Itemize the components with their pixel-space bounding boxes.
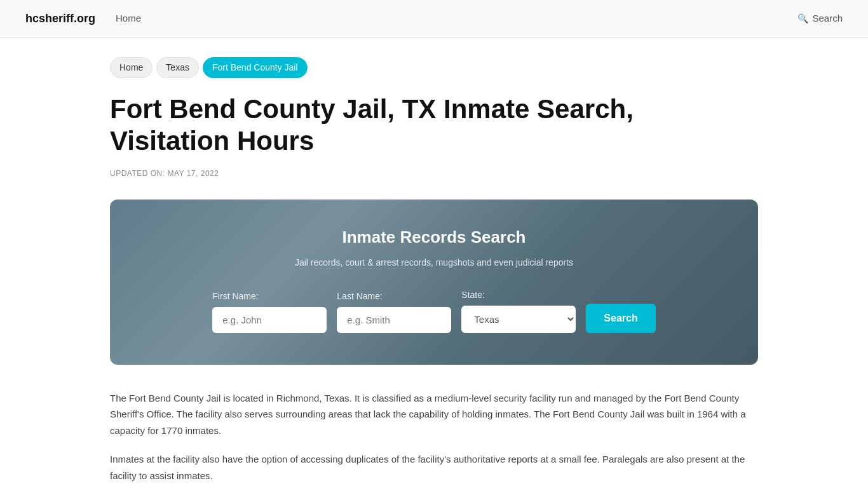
nav-home-link[interactable]: Home bbox=[116, 11, 141, 26]
breadcrumb: Home Texas Fort Bend County Jail bbox=[110, 57, 758, 78]
navbar-search[interactable]: 🔍 Search bbox=[797, 11, 843, 26]
updated-prefix: UPDATED ON: bbox=[110, 169, 165, 178]
search-icon: 🔍 bbox=[797, 12, 808, 25]
first-name-input[interactable] bbox=[212, 307, 327, 333]
search-form: First Name: Last Name: State: AlabamaAla… bbox=[148, 288, 720, 333]
nav-search-label[interactable]: Search bbox=[812, 11, 843, 26]
search-widget: Inmate Records Search Jail records, cour… bbox=[110, 200, 758, 365]
updated-date-value: MAY 17, 2022 bbox=[167, 169, 219, 178]
breadcrumb-home[interactable]: Home bbox=[110, 57, 153, 78]
site-logo[interactable]: hcsheriff.org bbox=[25, 10, 95, 27]
state-label: State: bbox=[461, 288, 485, 302]
updated-date: UPDATED ON: MAY 17, 2022 bbox=[110, 168, 758, 179]
last-name-group: Last Name: bbox=[337, 290, 451, 333]
navbar-left: hcsheriff.org Home bbox=[25, 10, 141, 27]
body-paragraph-1: The Fort Bend County Jail is located in … bbox=[110, 390, 758, 439]
widget-title: Inmate Records Search bbox=[148, 225, 720, 250]
navbar: hcsheriff.org Home 🔍 Search bbox=[0, 0, 868, 38]
breadcrumb-texas[interactable]: Texas bbox=[156, 57, 199, 78]
last-name-input[interactable] bbox=[337, 307, 451, 333]
body-paragraph-2: Inmates at the facility also have the op… bbox=[110, 451, 758, 484]
page-title: Fort Bend County Jail, TX Inmate Search,… bbox=[110, 93, 758, 158]
widget-subtitle: Jail records, court & arrest records, mu… bbox=[148, 256, 720, 269]
main-content: Home Texas Fort Bend County Jail Fort Be… bbox=[85, 38, 783, 488]
last-name-label: Last Name: bbox=[337, 290, 383, 303]
search-button[interactable]: Search bbox=[586, 304, 655, 333]
breadcrumb-current[interactable]: Fort Bend County Jail bbox=[203, 57, 308, 78]
first-name-label: First Name: bbox=[212, 290, 258, 303]
first-name-group: First Name: bbox=[212, 290, 327, 333]
state-group: State: AlabamaAlaskaArizonaArkansasCalif… bbox=[461, 288, 576, 333]
state-select[interactable]: AlabamaAlaskaArizonaArkansasCaliforniaCo… bbox=[461, 306, 576, 333]
